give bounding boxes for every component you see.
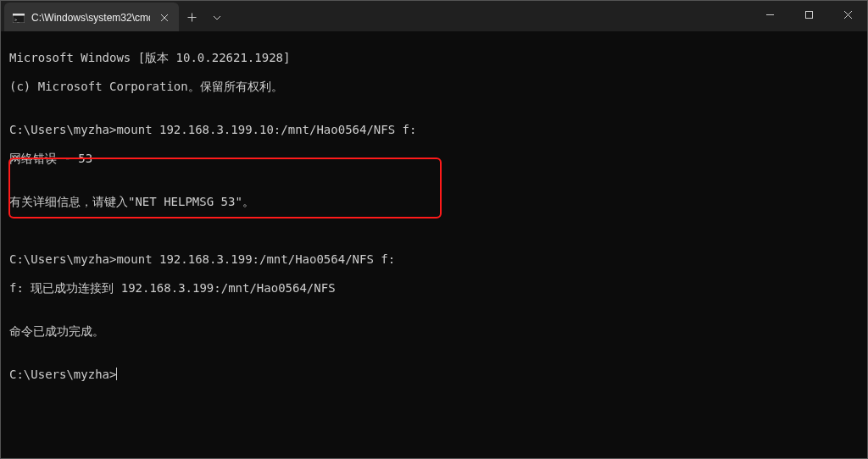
annotation-highlight-box <box>8 158 442 218</box>
terminal-line: C:\Users\myzha>mount 192.168.3.199:/mnt/… <box>9 252 859 267</box>
terminal-line: C:\Users\myzha>mount 192.168.3.199.10:/m… <box>9 123 859 137</box>
terminal-viewport[interactable]: Microsoft Windows [版本 10.0.22621.1928] (… <box>1 31 867 459</box>
tab-dropdown-button[interactable] <box>204 5 230 30</box>
tab-close-button[interactable] <box>157 10 172 25</box>
cmd-icon: >_ <box>13 13 25 23</box>
tab-cmd[interactable]: >_ C:\Windows\system32\cmd.ex <box>4 3 179 33</box>
terminal-line: 命令已成功完成。 <box>9 324 859 339</box>
svg-rect-1 <box>13 14 25 16</box>
minimize-button[interactable] <box>750 1 789 28</box>
tab-title: C:\Windows\system32\cmd.ex <box>31 12 150 24</box>
terminal-prompt: C:\Users\myzha> <box>9 368 116 381</box>
svg-text:>_: >_ <box>14 16 20 22</box>
title-bar: >_ C:\Windows\system32\cmd.ex <box>1 1 867 31</box>
window-controls <box>750 1 867 31</box>
terminal-line: 网络错误 - 53 <box>9 152 859 166</box>
terminal-line: 有关详细信息，请键入"NET HELPMSG 53"。 <box>9 195 859 209</box>
terminal-prompt-line: C:\Users\myzha> <box>9 368 859 382</box>
terminal-line: (c) Microsoft Corporation。保留所有权利。 <box>9 80 859 94</box>
maximize-button[interactable] <box>789 1 828 28</box>
terminal-line: Microsoft Windows [版本 10.0.22621.1928] <box>9 51 859 65</box>
new-tab-button[interactable] <box>179 5 204 30</box>
cursor-icon <box>116 368 117 380</box>
terminal-line: f: 现已成功连接到 192.168.3.199:/mnt/Hao0564/NF… <box>9 281 859 296</box>
close-window-button[interactable] <box>828 1 867 28</box>
svg-rect-3 <box>805 11 812 18</box>
